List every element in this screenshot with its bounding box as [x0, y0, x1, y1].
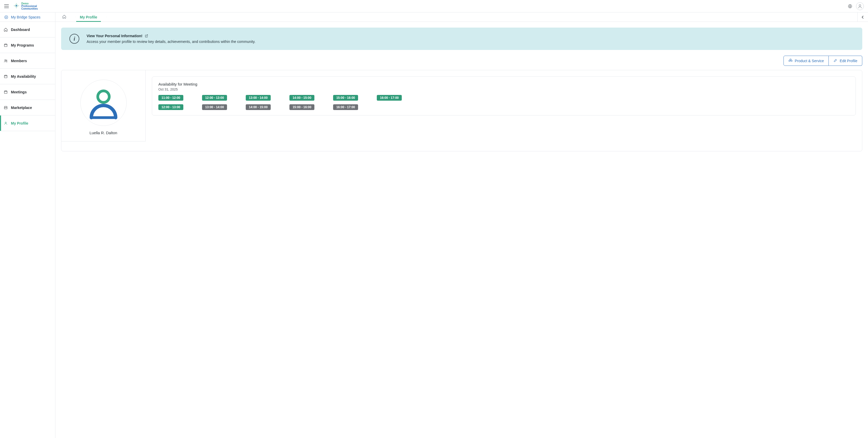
- svg-rect-8: [4, 91, 7, 93]
- svg-point-6: [6, 60, 7, 61]
- availability-title: Availability for Meeting: [158, 82, 849, 86]
- profile-card-footer: [61, 141, 146, 151]
- edit-icon: [833, 58, 838, 63]
- availability-slot-grid: 11:00 - 12:0012:00 - 13:0013:00 - 14:001…: [158, 95, 849, 110]
- user-avatar-button[interactable]: [856, 2, 864, 10]
- product-service-label: Product & Service: [795, 59, 824, 63]
- info-banner: i View Your Personal Information! Access…: [61, 28, 862, 50]
- svg-point-0: [16, 5, 17, 6]
- sidebar-item-members[interactable]: Members: [0, 53, 55, 69]
- home-icon: [62, 14, 66, 20]
- sidebar-back-label: My Bridge Spaces: [11, 15, 40, 19]
- app-logo[interactable]: Demo Professional Communities: [13, 2, 38, 10]
- sidebar-item-label: Marketplace: [11, 105, 32, 110]
- language-globe-icon[interactable]: [848, 4, 852, 8]
- profile-panel: Luella R. Dalton Availability for Meetin…: [61, 70, 862, 151]
- breadcrumb-home[interactable]: [55, 12, 73, 22]
- svg-point-10: [97, 91, 109, 102]
- store-icon: [4, 105, 8, 110]
- sidebar-item-label: Members: [11, 59, 27, 63]
- svg-rect-7: [4, 75, 7, 78]
- sidebar-item-programs[interactable]: My Programs: [0, 37, 55, 53]
- sidebar-item-meetings[interactable]: Meetings: [0, 84, 55, 100]
- availability-slot[interactable]: 12:00 - 13:00: [202, 95, 227, 101]
- breadcrumb-bar: My Profile: [55, 12, 868, 22]
- breadcrumb-actions: [857, 12, 868, 22]
- product-service-button[interactable]: Product & Service: [783, 56, 829, 66]
- availability-slot[interactable]: 12:00 - 13:00: [158, 104, 183, 110]
- sidebar-item-marketplace[interactable]: Marketplace: [0, 100, 55, 116]
- availability-slot[interactable]: 11:00 - 12:00: [158, 95, 183, 101]
- sidebar-item-label: Dashboard: [11, 28, 30, 32]
- sidebar-back-link[interactable]: My Bridge Spaces: [0, 12, 55, 22]
- sidebar-item-label: My Programs: [11, 43, 34, 47]
- info-icon: i: [69, 34, 79, 44]
- app-shell: My Bridge Spaces Dashboard My Programs M…: [0, 12, 868, 438]
- profile-avatar: [80, 80, 127, 126]
- breadcrumb-current-label: My Profile: [80, 15, 97, 19]
- availability-slot[interactable]: 15:00 - 16:00: [333, 95, 358, 101]
- external-link-icon[interactable]: [145, 34, 148, 38]
- availability-slot[interactable]: 14:00 - 15:00: [289, 95, 314, 101]
- main-area: My Profile i View Your Personal Informat…: [55, 12, 868, 438]
- info-text: View Your Personal Information! Access y…: [87, 34, 255, 44]
- info-title: View Your Personal Information!: [87, 34, 143, 38]
- availability-slot[interactable]: 13:00 - 14:00: [246, 95, 271, 101]
- cubes-icon: [788, 58, 793, 63]
- calendar-icon: [4, 43, 8, 47]
- sidebar: My Bridge Spaces Dashboard My Programs M…: [0, 12, 55, 438]
- breadcrumb-current[interactable]: My Profile: [73, 12, 104, 22]
- hamburger-menu-button[interactable]: [4, 4, 9, 8]
- top-bar-left: Demo Professional Communities: [4, 2, 38, 10]
- profile-card: Luella R. Dalton: [61, 70, 146, 141]
- availability-slot[interactable]: 16:00 - 17:00: [333, 104, 358, 110]
- breadcrumb: My Profile: [55, 12, 104, 22]
- calendar-icon: [4, 74, 8, 79]
- page-content: i View Your Personal Information! Access…: [55, 22, 868, 438]
- back-arrow-icon: [4, 15, 8, 19]
- logo-line3: Communities: [21, 7, 38, 10]
- users-icon: [4, 59, 8, 63]
- profile-card-column: Luella R. Dalton: [61, 70, 146, 151]
- sidebar-item-profile[interactable]: My Profile: [0, 116, 55, 131]
- user-icon: [4, 121, 8, 125]
- sidebar-item-dashboard[interactable]: Dashboard: [0, 22, 55, 37]
- info-body: Access your member profile to review key…: [87, 39, 255, 44]
- svg-point-2: [859, 4, 861, 6]
- logo-mark-icon: [13, 2, 20, 10]
- svg-point-9: [5, 122, 6, 123]
- availability-slot[interactable]: 13:00 - 14:00: [202, 104, 227, 110]
- profile-actions: Product & Service Edit Profile: [61, 56, 862, 66]
- availability-date: Oct 31, 2025: [158, 87, 849, 91]
- top-bar-right: [848, 2, 864, 10]
- availability-area: Availability for Meeting Oct 31, 2025 11…: [146, 70, 862, 151]
- top-bar: Demo Professional Communities: [0, 0, 868, 12]
- availability-slot[interactable]: 16:00 - 17:00: [377, 95, 402, 101]
- calendar-icon: [4, 90, 8, 94]
- logo-line1: Demo: [21, 2, 38, 5]
- svg-point-5: [5, 60, 6, 61]
- edit-profile-label: Edit Profile: [840, 59, 857, 63]
- logo-text: Demo Professional Communities: [21, 2, 38, 10]
- availability-slot[interactable]: 15:00 - 16:00: [289, 104, 314, 110]
- sidebar-item-label: My Availability: [11, 74, 36, 79]
- home-icon: [4, 28, 8, 32]
- availability-box: Availability for Meeting Oct 31, 2025 11…: [152, 76, 856, 116]
- svg-rect-11: [91, 116, 116, 119]
- profile-name: Luella R. Dalton: [89, 131, 117, 135]
- svg-rect-4: [4, 44, 7, 46]
- sidebar-item-availability[interactable]: My Availability: [0, 69, 55, 84]
- sidebar-item-label: My Profile: [11, 121, 28, 125]
- edit-profile-button[interactable]: Edit Profile: [829, 56, 862, 66]
- availability-slot[interactable]: 14:00 - 15:00: [246, 104, 271, 110]
- breadcrumb-back-button[interactable]: [858, 12, 868, 22]
- logo-line2: Professional: [21, 5, 38, 7]
- sidebar-item-label: Meetings: [11, 90, 27, 94]
